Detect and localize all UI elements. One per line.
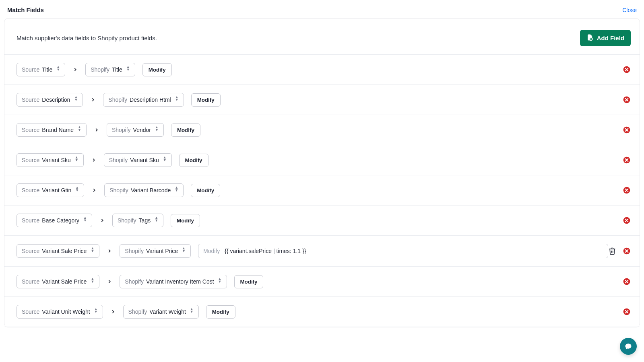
source-value: Description bbox=[42, 97, 70, 103]
delete-row-button[interactable] bbox=[623, 66, 631, 74]
delete-row-button[interactable] bbox=[623, 247, 631, 255]
modify-button[interactable]: Modify bbox=[142, 63, 172, 76]
chevron-right-icon bbox=[91, 157, 97, 163]
chevron-right-icon bbox=[91, 187, 97, 193]
field-mapping-row: Source Base Category▲▼Shopify Tags▲▼Modi… bbox=[4, 206, 640, 236]
delete-row-button[interactable] bbox=[623, 278, 631, 286]
target-field-select[interactable]: Shopify Description Html▲▼ bbox=[103, 93, 184, 107]
sort-icon: ▲▼ bbox=[163, 157, 167, 163]
sort-icon: ▲▼ bbox=[126, 67, 130, 72]
sort-icon: ▲▼ bbox=[94, 309, 98, 315]
field-mapping-row: Source Variant Gtin▲▼Shopify Variant Bar… bbox=[4, 175, 640, 206]
chevron-right-icon bbox=[107, 248, 112, 254]
target-value: Variant Barcode bbox=[131, 187, 171, 193]
modify-button[interactable]: Modify bbox=[191, 93, 221, 107]
source-prefix: Source bbox=[22, 157, 39, 163]
source-prefix: Source bbox=[22, 66, 39, 73]
target-field-select[interactable]: Shopify Variant Barcode▲▼ bbox=[104, 183, 184, 197]
modify-expression-input[interactable]: Modify bbox=[198, 244, 608, 258]
source-prefix: Source bbox=[22, 187, 39, 193]
delete-row-button[interactable] bbox=[623, 156, 631, 164]
add-field-label: Add Field bbox=[597, 35, 624, 41]
source-value: Brand Name bbox=[42, 127, 74, 133]
source-value: Variant Sku bbox=[42, 157, 70, 163]
source-prefix: Source bbox=[22, 278, 39, 285]
source-value: Variant Sale Price bbox=[42, 278, 87, 285]
modify-button[interactable]: Modify bbox=[234, 275, 264, 288]
target-field-select[interactable]: Shopify Title▲▼ bbox=[85, 63, 135, 76]
modify-button[interactable]: Modify bbox=[171, 123, 200, 137]
sort-icon: ▲▼ bbox=[175, 97, 179, 103]
field-mapping-row: Source Variant Sku▲▼Shopify Variant Sku▲… bbox=[4, 145, 640, 175]
source-field-select[interactable]: Source Brand Name▲▼ bbox=[17, 123, 87, 137]
sort-icon: ▲▼ bbox=[155, 127, 159, 133]
sort-icon: ▲▼ bbox=[78, 127, 81, 133]
modify-expression-field[interactable] bbox=[224, 247, 603, 255]
chevron-right-icon bbox=[90, 97, 96, 103]
modify-button[interactable]: Modify bbox=[171, 214, 200, 227]
target-value: Tags bbox=[139, 217, 151, 224]
sort-icon: ▲▼ bbox=[74, 97, 78, 103]
source-field-select[interactable]: Source Variant Sale Price▲▼ bbox=[17, 275, 99, 288]
add-field-icon bbox=[586, 34, 594, 42]
delete-row-button[interactable] bbox=[623, 96, 631, 104]
chevron-right-icon bbox=[72, 67, 78, 72]
source-prefix: Source bbox=[22, 97, 39, 103]
add-field-button[interactable]: Add Field bbox=[580, 30, 631, 46]
chevron-right-icon bbox=[99, 218, 105, 223]
field-mapping-row: Source Description▲▼Shopify Description … bbox=[4, 85, 640, 115]
page-title: Match Fields bbox=[7, 6, 44, 13]
sort-icon: ▲▼ bbox=[75, 157, 78, 163]
target-prefix: Shopify bbox=[118, 217, 136, 224]
target-field-select[interactable]: Shopify Variant Weight▲▼ bbox=[123, 305, 199, 319]
source-field-select[interactable]: Source Description▲▼ bbox=[17, 93, 83, 107]
close-link[interactable]: Close bbox=[622, 7, 637, 13]
sort-icon: ▲▼ bbox=[175, 187, 178, 193]
target-prefix: Shopify bbox=[108, 97, 127, 103]
source-field-select[interactable]: Source Variant Sku▲▼ bbox=[17, 153, 84, 167]
source-field-select[interactable]: Source Base Category▲▼ bbox=[17, 214, 92, 227]
sort-icon: ▲▼ bbox=[190, 309, 194, 315]
delete-row-button[interactable] bbox=[623, 126, 631, 134]
target-field-select[interactable]: Shopify Tags▲▼ bbox=[112, 214, 163, 227]
modify-button[interactable]: Modify bbox=[206, 305, 235, 319]
target-prefix: Shopify bbox=[109, 187, 128, 193]
sort-icon: ▲▼ bbox=[91, 279, 94, 284]
chevron-right-icon bbox=[110, 309, 116, 315]
target-value: Vendor bbox=[133, 127, 151, 133]
target-field-select[interactable]: Shopify Variant Sku▲▼ bbox=[104, 153, 172, 167]
field-mapping-row: Source Variant Sale Price▲▼Shopify Varia… bbox=[4, 236, 640, 267]
sort-icon: ▲▼ bbox=[91, 248, 94, 254]
source-prefix: Source bbox=[22, 217, 39, 224]
field-mapping-row: Source Title▲▼Shopify Title▲▼Modify bbox=[4, 55, 640, 85]
target-prefix: Shopify bbox=[91, 66, 109, 73]
source-prefix: Source bbox=[22, 309, 39, 315]
delete-row-button[interactable] bbox=[623, 216, 631, 224]
field-mapping-row: Source Variant Sale Price▲▼Shopify Varia… bbox=[4, 267, 640, 297]
source-field-select[interactable]: Source Variant Sale Price▲▼ bbox=[17, 244, 99, 258]
field-mapping-row: Source Variant Unit Weight▲▼Shopify Vari… bbox=[4, 297, 640, 327]
delete-row-button[interactable] bbox=[623, 308, 631, 316]
modify-button[interactable]: Modify bbox=[191, 184, 220, 197]
target-value: Variant Sku bbox=[130, 157, 159, 163]
target-value: Description Html bbox=[130, 97, 171, 103]
target-prefix: Shopify bbox=[125, 278, 144, 285]
delete-row-button[interactable] bbox=[623, 186, 631, 194]
target-field-select[interactable]: Shopify Vendor▲▼ bbox=[107, 123, 164, 137]
source-value: Title bbox=[42, 66, 52, 73]
instruction-text: Match supplier's data fields to Shopify … bbox=[17, 35, 157, 41]
sort-icon: ▲▼ bbox=[83, 218, 87, 223]
target-field-select[interactable]: Shopify Variant Inventory Item Cost▲▼ bbox=[120, 275, 227, 288]
match-fields-panel: Match supplier's data fields to Shopify … bbox=[4, 18, 640, 327]
sort-icon: ▲▼ bbox=[218, 279, 222, 284]
source-prefix: Source bbox=[22, 127, 39, 133]
source-field-select[interactable]: Source Variant Gtin▲▼ bbox=[17, 183, 84, 197]
chevron-right-icon bbox=[94, 127, 99, 133]
source-field-select[interactable]: Source Variant Unit Weight▲▼ bbox=[17, 305, 103, 319]
modify-button[interactable]: Modify bbox=[179, 154, 208, 167]
target-field-select[interactable]: Shopify Variant Price▲▼ bbox=[120, 244, 191, 258]
target-prefix: Shopify bbox=[128, 309, 147, 315]
trash-button[interactable] bbox=[608, 247, 616, 255]
source-field-select[interactable]: Source Title▲▼ bbox=[17, 63, 65, 76]
target-value: Variant Price bbox=[146, 248, 178, 254]
